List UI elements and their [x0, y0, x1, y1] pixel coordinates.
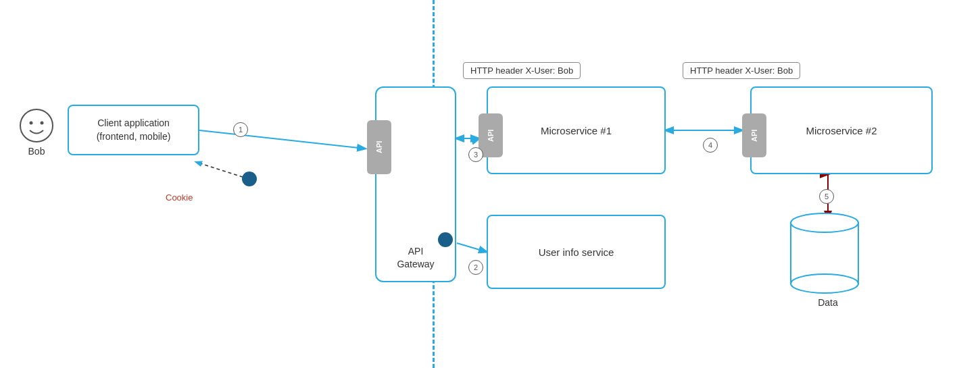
api-pill-gateway: API: [367, 120, 391, 174]
api-pill-ms2: API: [742, 113, 766, 157]
svg-line-2: [457, 243, 487, 252]
bob-label: Bob: [28, 146, 45, 157]
client-app-label: Client application (frontend, mobile): [97, 117, 171, 143]
microservice1-label: Microservice #1: [541, 125, 612, 136]
arrows-svg: [0, 0, 980, 368]
microservice2-box: Microservice #2: [750, 86, 933, 174]
svg-line-1: [196, 162, 249, 179]
svg-point-8: [30, 122, 33, 125]
step-2-circle: 2: [468, 260, 483, 275]
svg-point-11: [791, 213, 858, 232]
client-app-box: Client application (frontend, mobile): [68, 105, 199, 155]
cookie-auth-dot: [242, 172, 257, 186]
svg-point-7: [20, 109, 53, 142]
http-header-box-2: HTTP header X-User: Bob: [683, 62, 800, 79]
cookie-label: Cookie: [166, 192, 193, 203]
bob-face-icon: [19, 108, 54, 143]
step-4-circle: 4: [703, 138, 718, 153]
step-5-circle: 5: [819, 189, 834, 204]
svg-line-0: [199, 130, 365, 149]
diagram-container: Bob Client application (frontend, mobile…: [0, 0, 980, 368]
microservice1-box: Microservice #1: [487, 86, 666, 174]
gateway-auth-dot-2: [438, 232, 453, 247]
svg-point-12: [791, 274, 858, 293]
user-info-box: User info service: [487, 215, 666, 289]
http-header-box-1: HTTP header X-User: Bob: [463, 62, 581, 79]
user-info-label: User info service: [539, 246, 614, 258]
data-label: Data: [794, 297, 862, 308]
step-3-circle: 3: [468, 147, 483, 162]
api-gateway-label: API Gateway: [397, 245, 434, 271]
microservice2-label: Microservice #2: [806, 125, 877, 136]
svg-point-9: [41, 122, 44, 125]
api-gateway-box: API Gateway: [375, 86, 456, 282]
bob-figure: Bob: [19, 108, 54, 157]
step-1-circle: 1: [233, 122, 248, 137]
data-cylinder: [787, 209, 862, 297]
